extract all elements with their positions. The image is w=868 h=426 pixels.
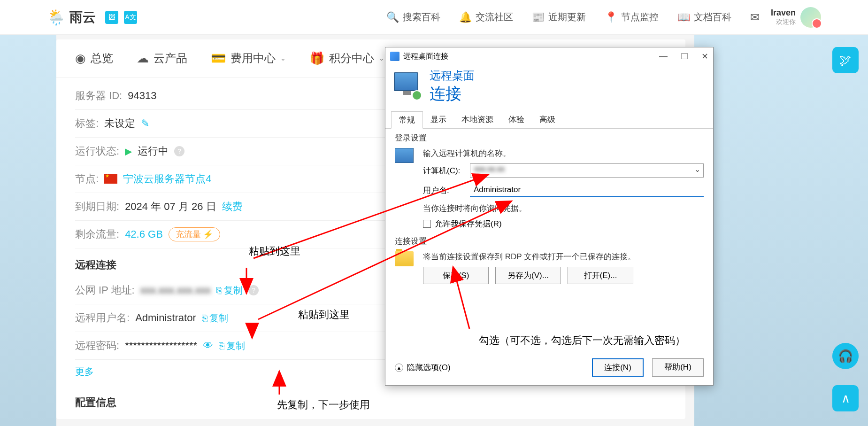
- cloud-icon: ☁: [137, 51, 149, 66]
- image-icon[interactable]: 🖼: [105, 11, 118, 24]
- tab-local[interactable]: 本地资源: [454, 111, 501, 128]
- copy-label: 复制: [226, 340, 245, 352]
- arrow-up-icon: ▲: [395, 364, 403, 372]
- float-bird-button[interactable]: 🕊: [832, 47, 859, 73]
- rdp-dialog: 远程桌面连接 — ☐ ✕ 远程桌面 连接 常规 显示 本地资源 体验 高级 登录…: [385, 47, 714, 386]
- conn-hint: 将当前连接设置保存到 RDP 文件或打开一个已保存的连接。: [423, 251, 704, 262]
- search-icon: 🔍: [386, 11, 399, 23]
- logo[interactable]: 🌦️ 雨云: [47, 8, 96, 26]
- top-header: 🌦️ 雨云 🖼 A文 🔍搜索百科 🔔交流社区 📰近期更新 📍节点监控 📖文档百科…: [0, 0, 868, 35]
- tab-display[interactable]: 显示: [423, 111, 454, 128]
- rdp-body: 登录设置 输入远程计算机的名称。 计算机(C): xxx.xx.xx 用户名: …: [385, 129, 713, 298]
- mail-icon[interactable]: ✉: [750, 11, 760, 24]
- login-group-title: 登录设置: [395, 132, 704, 143]
- subnav-points-label: 积分中心: [329, 51, 374, 66]
- bg-decoration-left: [0, 35, 56, 426]
- subnav-billing-label: 费用中心: [230, 51, 276, 66]
- close-button[interactable]: ✕: [701, 51, 708, 62]
- hide-options-label: 隐藏选项(O): [407, 362, 451, 373]
- conn-content: 将当前连接设置保存到 RDP 文件或打开一个已保存的连接。 保存(S) 另存为(…: [395, 249, 704, 286]
- rdp-titlebar[interactable]: 远程桌面连接 — ☐ ✕: [385, 47, 713, 65]
- hide-options-button[interactable]: ▲ 隐藏选项(O): [395, 362, 451, 373]
- computer-row: 计算机(C): xxx.xx.xx: [423, 163, 704, 178]
- eye-icon[interactable]: 👁: [203, 340, 213, 352]
- open-button[interactable]: 打开(E)...: [568, 267, 633, 284]
- save-button[interactable]: 保存(S): [423, 267, 489, 284]
- user-welcome: 欢迎你: [771, 18, 796, 26]
- tab-experience[interactable]: 体验: [501, 111, 532, 128]
- save-cred-row[interactable]: 允许我保存凭据(R): [423, 218, 704, 229]
- bell-icon: 🔔: [459, 11, 472, 23]
- node-value[interactable]: 宁波云服务器节点4: [123, 172, 211, 186]
- server-id-label: 服务器 ID:: [75, 89, 122, 103]
- nav-monitor[interactable]: 📍节点监控: [605, 11, 659, 23]
- saveas-button[interactable]: 另存为(V)...: [495, 267, 561, 284]
- user-area[interactable]: Iraven 欢迎你: [771, 7, 821, 28]
- monitor-icon: [395, 148, 414, 163]
- copy-icon: ⎘: [202, 313, 207, 324]
- subnav-billing[interactable]: 💳费用中心⌄: [211, 51, 286, 66]
- remote-user-label: 远程用户名:: [75, 311, 130, 325]
- minimize-button[interactable]: —: [659, 51, 668, 62]
- save-cred-checkbox[interactable]: [423, 220, 431, 228]
- dashboard-icon: ◉: [75, 51, 86, 66]
- rdp-title-main: 远程桌面: [430, 68, 475, 83]
- nav-updates[interactable]: 📰近期更新: [532, 11, 586, 23]
- subnav-products-label: 云产品: [154, 51, 187, 66]
- nav-search[interactable]: 🔍搜索百科: [386, 11, 440, 23]
- subnav-products[interactable]: ☁云产品: [137, 51, 187, 66]
- copy-label: 复制: [209, 312, 228, 325]
- nav-updates-label: 近期更新: [548, 11, 586, 23]
- nav-center: 🔍搜索百科 🔔交流社区 📰近期更新 📍节点监控 📖文档百科: [386, 11, 731, 23]
- renew-link[interactable]: 续费: [222, 200, 243, 214]
- rdp-app-icon: [390, 52, 399, 61]
- nav-search-label: 搜索百科: [403, 11, 440, 23]
- play-icon: ▶: [125, 146, 132, 157]
- footer-buttons: 连接(N) 帮助(H): [592, 358, 704, 377]
- translate-icon[interactable]: A文: [124, 11, 137, 24]
- tab-advanced[interactable]: 高级: [532, 111, 563, 128]
- connect-button[interactable]: 连接(N): [592, 358, 644, 377]
- subnav-overview[interactable]: ◉总览: [75, 51, 113, 66]
- user-text: Iraven 欢迎你: [771, 8, 796, 26]
- tag-value: 未设定: [104, 116, 135, 131]
- expire-value: 2024 年 07 月 26 日: [125, 200, 216, 214]
- monitor-icon: [394, 72, 418, 91]
- login-group: 登录设置 输入远程计算机的名称。 计算机(C): xxx.xx.xx 用户名: …: [395, 132, 704, 231]
- subnav-points[interactable]: 🎁积分中心⌄: [309, 51, 384, 66]
- username-input[interactable]: [470, 183, 704, 197]
- conn-group: 连接设置 将当前连接设置保存到 RDP 文件或打开一个已保存的连接。 保存(S)…: [395, 236, 704, 286]
- tag-label: 标签:: [75, 116, 99, 131]
- help-icon[interactable]: ?: [248, 285, 259, 295]
- charge-label: 充流量: [176, 229, 201, 240]
- help-icon[interactable]: ?: [174, 146, 184, 156]
- copy-pwd-button[interactable]: ⎘复制: [219, 340, 245, 352]
- conn-icon: [395, 251, 415, 272]
- traffic-value: 42.6 GB: [125, 228, 163, 240]
- maximize-button[interactable]: ☐: [681, 51, 688, 62]
- copy-ip-button[interactable]: ⎘复制: [216, 284, 243, 297]
- charge-traffic-button[interactable]: 充流量⚡: [169, 227, 220, 241]
- username-row: 用户名:: [423, 183, 704, 197]
- computer-combobox[interactable]: xxx.xx.xx: [470, 163, 704, 178]
- news-icon: 📰: [532, 11, 545, 23]
- rdp-header: 远程桌面 连接: [385, 65, 713, 111]
- avatar[interactable]: [800, 7, 821, 28]
- nav-community-label: 交流社区: [476, 11, 513, 23]
- edit-icon[interactable]: ✎: [141, 117, 149, 130]
- status-value: 运行中: [138, 144, 169, 158]
- book-icon: 📖: [677, 11, 690, 23]
- help-button[interactable]: 帮助(H): [652, 358, 704, 377]
- copy-user-button[interactable]: ⎘复制: [202, 312, 228, 325]
- login-fields: 输入远程计算机的名称。 计算机(C): xxx.xx.xx 用户名: 当你连接时…: [423, 148, 704, 229]
- float-support-button[interactable]: 🎧: [832, 343, 859, 369]
- scroll-top-button[interactable]: ∧: [832, 385, 859, 411]
- nav-wiki[interactable]: 📖文档百科: [677, 11, 731, 23]
- remote-pwd-value: ******************: [125, 340, 197, 352]
- tab-general[interactable]: 常规: [391, 111, 423, 129]
- status-label: 运行状态:: [75, 144, 119, 158]
- rdp-window-title: 远程桌面连接: [403, 52, 448, 62]
- nav-community[interactable]: 🔔交流社区: [459, 11, 513, 23]
- folder-icon: [395, 251, 414, 266]
- login-hint: 输入远程计算机的名称。: [423, 148, 704, 159]
